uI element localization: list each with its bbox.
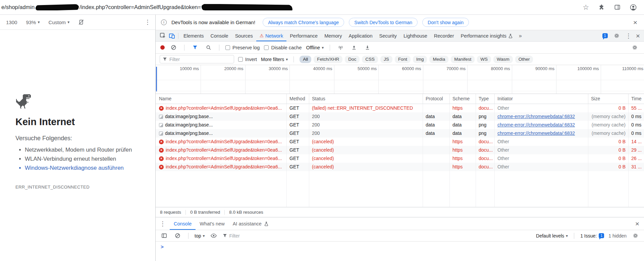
bookmark-star-icon[interactable]: ☆ [583,4,589,11]
request-initiator[interactable]: chrome-error://chromewebdata/:6832 [495,112,588,121]
column-header-initiator[interactable]: Initiator [495,94,588,104]
request-type-chip[interactable]: Manifest [451,56,475,63]
console-sidebar-icon[interactable] [160,231,169,240]
notification-close-icon[interactable]: × [633,19,637,26]
tab-performance[interactable]: Performance [286,30,321,41]
preserve-log-checkbox[interactable]: Preserve log [225,45,260,50]
network-conditions-icon[interactable] [336,43,345,52]
device-toolbar-menu-icon[interactable]: ⋮ [145,18,151,26]
request-type-chip[interactable]: Media [429,56,448,63]
tab-recorder[interactable]: Recorder [431,30,458,41]
devtools-close-icon[interactable]: × [636,32,640,39]
tab-sources[interactable]: Sources [232,30,256,41]
table-row[interactable]: index.php?controller=AdminSelfUpgrade&to… [156,104,644,112]
console-settings-gear-icon[interactable] [631,231,640,240]
device-toolbar-toggle-icon[interactable] [167,31,176,40]
device-preset-dropdown[interactable]: Custom [48,19,69,25]
tab-security[interactable]: Security [376,30,400,41]
request-type-chip[interactable]: Fetch/XHR [314,56,342,63]
zoom-dropdown[interactable]: 93% [26,19,40,25]
clear-network-log-icon[interactable] [169,43,178,52]
drawer-close-icon[interactable]: × [635,220,639,227]
rotate-device-icon[interactable] [78,19,84,25]
invert-filter-checkbox[interactable]: Invert [238,57,257,62]
column-header-type[interactable]: Type [476,94,495,104]
table-row[interactable]: index.php?controller=AdminSelfUpgrade&to… [156,163,644,171]
hidden-messages-count[interactable]: 1 hidden [608,233,627,239]
tab-network[interactable]: ⚠Network [256,30,286,41]
request-type-chip[interactable]: All [300,56,311,63]
extensions-icon[interactable] [598,4,605,10]
table-row[interactable]: index.php?controller=AdminSelfUpgrade&to… [156,146,644,154]
request-type-chip[interactable]: Wasm [493,56,513,63]
more-tabs-icon[interactable]: » [516,33,525,39]
request-initiator[interactable]: Other [495,154,588,163]
tab-application[interactable]: Application [345,30,376,41]
drawer-tab-ai-assistance[interactable]: AI assistance [229,217,273,230]
request-type-chip[interactable]: Other [515,56,533,63]
table-row[interactable]: index.php?controller=AdminSelfUpgrade&to… [156,154,644,163]
record-network-log-icon[interactable] [160,45,165,50]
notification-action-button[interactable]: Switch DevTools to German [349,18,418,27]
issues-counter[interactable]: 1 Issue: 1 [580,233,604,239]
tab-memory[interactable]: Memory [321,30,345,41]
request-size: (memory cache) [588,121,629,129]
inspect-element-icon[interactable] [158,31,167,40]
request-initiator[interactable]: Other [495,138,588,146]
request-type-chip[interactable]: Doc [345,56,360,63]
table-row[interactable]: index.php?controller=AdminSelfUpgrade&to… [156,138,644,146]
search-icon[interactable] [204,43,213,52]
throttling-dropdown[interactable]: Offline [306,45,324,50]
console-prompt[interactable]: > [156,242,644,252]
request-initiator[interactable]: Other [495,104,588,112]
request-initiator[interactable]: Other [495,163,588,171]
request-type-chip[interactable]: Img [413,56,427,63]
eye-icon[interactable] [209,231,218,240]
column-header-time[interactable]: Time [629,94,644,104]
console-context-dropdown[interactable]: top [195,233,205,239]
network-settings-gear-icon[interactable] [630,43,639,52]
column-header-status[interactable]: Status [309,94,423,104]
console-filter-input[interactable] [229,233,283,239]
side-panel-icon[interactable] [614,4,621,10]
drawer-menu-icon[interactable]: ⋮ [156,220,170,227]
log-levels-dropdown[interactable]: Default levels [536,233,568,239]
url-text[interactable]: e/shop/admin /index.php?controller=Admin… [1,4,576,10]
table-row[interactable]: data:image/png;base... GET 200 data data… [156,112,644,121]
request-initiator[interactable]: chrome-error://chromewebdata/:6832 [495,129,588,138]
request-type-chip[interactable]: WS [477,56,491,63]
column-header-method[interactable]: Method [287,94,309,104]
tab-lighthouse[interactable]: Lighthouse [400,30,431,41]
column-header-protocol[interactable]: Protocol [423,94,450,104]
profile-avatar[interactable] [630,4,637,11]
request-type-chip[interactable]: CSS [362,56,378,63]
tab-performance-insights[interactable]: Performance insights [457,30,516,41]
request-initiator[interactable]: Other [495,146,588,154]
notification-action-button[interactable]: Always match Chrome's language [263,18,344,27]
column-header-size[interactable]: Size [588,94,629,104]
filter-toggle-icon[interactable] [191,43,200,52]
request-type-chip[interactable]: Font [395,56,411,63]
tab-console[interactable]: Console [207,30,231,41]
request-initiator[interactable]: chrome-error://chromewebdata/:6832 [495,121,588,129]
settings-gear-icon[interactable] [612,31,621,40]
tab-elements[interactable]: Elements [180,30,207,41]
drawer-tab-console[interactable]: Console [170,217,196,230]
column-header-scheme[interactable]: Scheme [450,94,476,104]
notification-action-button[interactable]: Don't show again [422,18,469,27]
network-overview-timeline[interactable]: 10000 ms 20000 ms 30000 ms 40000 ms 5000… [156,65,644,94]
import-har-icon[interactable] [350,43,359,52]
console-messages-badge[interactable]: 1 [602,33,608,38]
clear-console-icon[interactable] [173,231,182,240]
column-header-name[interactable]: Name [156,94,287,104]
network-filter-input[interactable] [169,57,231,62]
devtools-menu-icon[interactable]: ⋮ [626,32,632,40]
drawer-tab-whats-new[interactable]: What's new [196,217,229,230]
table-row[interactable]: data:image/png;base... GET 200 data data… [156,121,644,129]
device-height-value[interactable]: 1300 [6,19,17,25]
disable-cache-checkbox[interactable]: Disable cache [264,45,302,50]
export-har-icon[interactable] [363,43,372,52]
more-filters-dropdown[interactable]: More filters [261,57,288,62]
request-type-chip[interactable]: JS [380,56,392,63]
table-row[interactable]: data:image/png;base... GET 200 data data… [156,129,644,138]
